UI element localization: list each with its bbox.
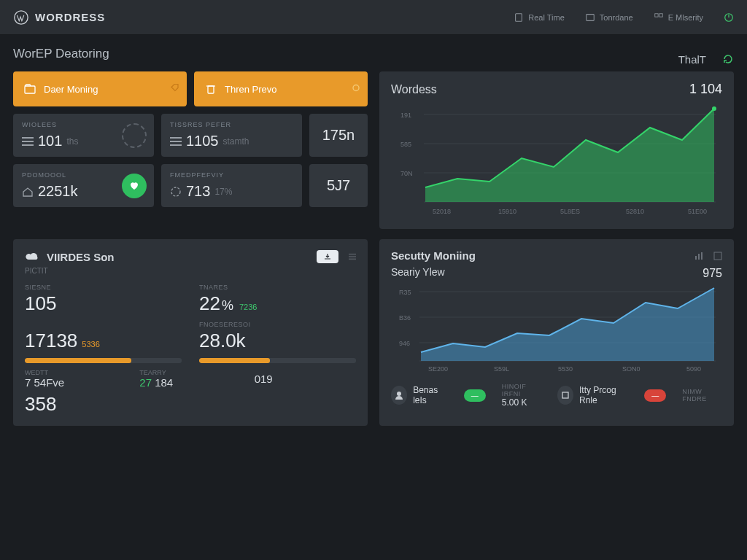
svg-rect-3	[654, 13, 657, 16]
svg-rect-8	[208, 86, 214, 93]
footer-status-good[interactable]: —	[464, 389, 486, 402]
svg-text:52810: 52810	[626, 208, 644, 215]
svg-point-11	[171, 187, 180, 196]
svg-text:946: 946	[399, 340, 410, 347]
chart-icon-a[interactable]	[694, 252, 703, 260]
svg-rect-31	[714, 252, 721, 260]
svg-rect-1	[516, 13, 522, 21]
btn-thren-prevo[interactable]: Thren Prevo	[194, 71, 368, 106]
doc-icon	[514, 12, 524, 23]
svg-text:70N: 70N	[400, 170, 413, 177]
svg-rect-4	[659, 13, 662, 16]
stat-wiolees: WIOLEES 101ths	[13, 114, 154, 157]
metric-tearry: TEARRY 27 184	[139, 369, 241, 389]
top-bar: WORDRESS Real Time Tonrdane E Mlserity	[0, 0, 747, 35]
svg-point-10	[353, 85, 359, 91]
menu-icon	[22, 137, 34, 146]
stat-extra-1: 175n	[309, 114, 368, 157]
right-header: ThalT	[678, 53, 706, 66]
left-column: Daer Moning Thren Prevo WIOLEES 101ths T…	[13, 71, 368, 229]
brand-text: WORDRESS	[35, 11, 105, 23]
footer-status-bad[interactable]: —	[644, 389, 666, 402]
svg-rect-25	[349, 254, 356, 255]
tag-icon	[171, 84, 179, 95]
btn-daer-moning[interactable]: Daer Moning	[13, 71, 187, 106]
footer-itty: Itty Prcog Rnle	[557, 385, 628, 405]
svg-rect-28	[695, 256, 697, 260]
gauge-icon	[170, 186, 182, 198]
svg-rect-7	[25, 86, 35, 93]
area-chart-2: R35 B36 946 SE200 S59L 5530 SON0 5090	[391, 281, 722, 374]
svg-rect-2	[587, 14, 595, 20]
metric-019: 019	[255, 373, 356, 385]
svg-text:R35: R35	[399, 289, 411, 296]
heart-circle-icon	[122, 174, 147, 198]
stat-pdomoool: PDOMOOOL 2251k	[13, 164, 154, 207]
wordpress-icon	[13, 9, 29, 26]
footer-benas: Benas leIs	[391, 385, 448, 405]
metric-fnoes: FNOESERESOI 28.0k	[199, 321, 356, 363]
svg-text:SE200: SE200	[428, 365, 448, 373]
cloud-icon	[25, 249, 39, 264]
footer-nimw: NIMW FNDRE	[682, 388, 722, 402]
metric-siesne: SIESNE 105	[25, 284, 182, 315]
svg-rect-30	[701, 252, 703, 260]
layers-icon	[585, 12, 595, 23]
refresh-icon[interactable]	[722, 53, 734, 65]
svg-text:51E00: 51E00	[688, 208, 707, 215]
power-icon	[724, 12, 734, 23]
progress-circle-icon	[122, 123, 147, 148]
panel-security: Secutty Moniing Seariy Ylew 975 R35	[379, 239, 734, 426]
svg-rect-26	[349, 256, 356, 257]
svg-text:S59L: S59L	[494, 365, 509, 373]
download-icon	[324, 253, 331, 260]
svg-text:B36: B36	[399, 314, 411, 322]
nav-mlserity[interactable]: E Mlserity	[654, 12, 703, 23]
svg-point-44	[397, 392, 401, 396]
menu-icon	[170, 137, 182, 146]
panel-viirdes: VIIRDES Son PICTIT SIESNE 105 TNARES 22%…	[13, 239, 368, 426]
nav-realtime[interactable]: Real Time	[514, 12, 565, 23]
svg-point-19	[712, 106, 716, 111]
svg-text:15910: 15910	[498, 208, 516, 215]
nav-tonrdane[interactable]: Tonrdane	[585, 12, 633, 23]
stat-tissres: TISSRES PEFER 1105stamth	[161, 114, 302, 157]
grid-icon	[654, 12, 664, 23]
top-nav: Real Time Tonrdane E Mlserity	[514, 12, 734, 23]
svg-rect-45	[562, 392, 568, 398]
home-icon	[22, 186, 34, 198]
metric-17138: 171385336	[25, 321, 182, 363]
area-chart: 191 585 70N 52018 15910 5L8ES 52810 51E0…	[391, 100, 722, 220]
circle-icon	[352, 84, 360, 95]
more-icon[interactable]	[349, 253, 356, 260]
metric-wedtt: WEDTT 7 54Fve	[25, 369, 126, 389]
footer-hinoif: HINOIF IRFNI5.00 K	[502, 383, 541, 408]
metric-tnares: TNARES 22%7236	[199, 284, 356, 315]
metric-big: 358	[25, 393, 356, 416]
svg-text:SON0: SON0	[622, 365, 640, 373]
svg-text:191: 191	[400, 112, 411, 119]
chart-wordess: Wordess 1 104 191 585 70N 52018 15910 5L…	[379, 71, 734, 229]
folder-icon	[23, 82, 36, 96]
svg-text:5530: 5530	[558, 365, 573, 373]
svg-point-0	[15, 10, 28, 23]
avatar-icon	[391, 386, 407, 405]
svg-text:5090: 5090	[686, 365, 701, 373]
svg-rect-29	[698, 254, 700, 260]
stat-fmedpfefviy: FMEDPFEFVIY 71317%	[161, 164, 302, 207]
svg-text:585: 585	[400, 141, 411, 148]
svg-text:5L8ES: 5L8ES	[560, 208, 580, 215]
brand-logo: WORDRESS	[13, 9, 105, 26]
export-button[interactable]	[317, 250, 338, 263]
svg-text:52018: 52018	[433, 208, 451, 215]
chart-icon-b[interactable]	[713, 252, 722, 260]
page-title: WorEP Deatoring	[13, 47, 109, 61]
trash-icon	[204, 82, 217, 96]
svg-rect-27	[349, 259, 356, 260]
box-icon	[557, 386, 573, 405]
nav-power[interactable]	[724, 12, 734, 23]
stat-extra-2: 5J7	[309, 164, 368, 207]
